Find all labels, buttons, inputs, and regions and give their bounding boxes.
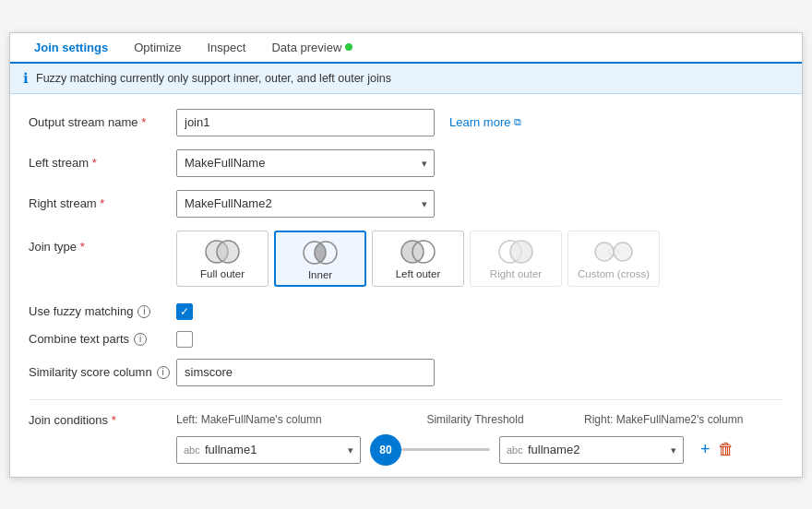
sim-score-info-icon[interactable]: i bbox=[157, 366, 170, 379]
join-conditions-row: abc fullname1 ▾ 80 abc fullname2 bbox=[29, 434, 783, 466]
divider bbox=[29, 399, 783, 400]
full-outer-label: Full outer bbox=[200, 268, 245, 279]
join-conditions-label: Join conditions * bbox=[29, 413, 176, 427]
output-stream-input[interactable] bbox=[176, 109, 435, 136]
join-conditions-header-row: Join conditions * Left: MakeFullName's c… bbox=[29, 413, 783, 427]
tab-bar: Join settings Optimize Inspect Data prev… bbox=[10, 33, 802, 64]
right-outer-label: Right outer bbox=[490, 268, 542, 279]
left-stream-select-wrap: MakeFullName ▾ bbox=[176, 149, 435, 177]
slider-track bbox=[401, 448, 490, 451]
learn-more-link[interactable]: Learn more ⧉ bbox=[449, 115, 521, 129]
similarity-score-label: Similarity score column i bbox=[29, 365, 176, 379]
left-col-header: Left: MakeFullName's column bbox=[176, 413, 376, 426]
main-window: Join settings Optimize Inspect Data prev… bbox=[9, 32, 803, 478]
use-fuzzy-label: Use fuzzy matching i bbox=[29, 304, 176, 318]
join-type-label: Join type * bbox=[29, 231, 176, 254]
full-outer-icon bbox=[202, 239, 243, 265]
join-option-right-outer: Right outer bbox=[470, 231, 562, 287]
right-stream-row: Right stream * MakeFullName2 ▾ bbox=[29, 190, 783, 218]
left-outer-icon bbox=[398, 239, 438, 265]
data-preview-dot bbox=[345, 43, 352, 51]
external-link-icon: ⧉ bbox=[514, 116, 521, 128]
tab-optimize[interactable]: Optimize bbox=[121, 33, 194, 64]
checkmark-icon: ✓ bbox=[180, 305, 189, 318]
join-option-custom-cross: Custom (cross) bbox=[567, 231, 660, 287]
right-outer-icon bbox=[496, 239, 536, 265]
combine-text-row: Combine text parts i bbox=[29, 331, 783, 348]
right-stream-select[interactable]: MakeFullName2 bbox=[176, 190, 435, 218]
combine-text-info-icon[interactable]: i bbox=[134, 333, 147, 346]
left-stream-select[interactable]: MakeFullName bbox=[176, 149, 435, 177]
output-stream-row: Output stream name * Learn more ⧉ bbox=[29, 109, 783, 136]
custom-cross-label: Custom (cross) bbox=[578, 268, 650, 279]
join-option-left-outer[interactable]: Left outer bbox=[372, 231, 464, 287]
left-outer-label: Left outer bbox=[396, 268, 441, 279]
similarity-threshold-slider[interactable]: 80 bbox=[370, 434, 490, 466]
right-col-header: Right: MakeFullName2's column bbox=[584, 413, 783, 426]
inner-label: Inner bbox=[308, 269, 332, 280]
join-type-row: Join type * Full outer bbox=[29, 231, 783, 287]
combine-text-label: Combine text parts i bbox=[29, 332, 176, 346]
content-area: Output stream name * Learn more ⧉ Left s… bbox=[10, 94, 802, 477]
svg-point-9 bbox=[510, 241, 532, 263]
join-type-options: Full outer Inner bbox=[176, 231, 660, 287]
left-stream-label: Left stream * bbox=[29, 156, 176, 170]
add-condition-button[interactable]: + bbox=[700, 440, 710, 459]
info-icon: ℹ bbox=[23, 70, 29, 87]
right-stream-label: Right stream * bbox=[29, 196, 176, 210]
cond-inputs: abc fullname1 ▾ 80 abc fullname2 bbox=[176, 434, 783, 466]
info-banner: ℹ Fuzzy matching currently only support … bbox=[10, 64, 802, 94]
inner-icon bbox=[300, 240, 340, 266]
tab-inspect[interactable]: Inspect bbox=[194, 33, 258, 64]
fuzzy-info-icon[interactable]: i bbox=[137, 305, 150, 318]
similarity-score-row: Similarity score column i bbox=[29, 359, 783, 386]
join-option-full-outer[interactable]: Full outer bbox=[176, 231, 269, 287]
left-stream-row: Left stream * MakeFullName ▾ bbox=[29, 149, 783, 177]
svg-point-10 bbox=[595, 243, 614, 261]
fuzzy-checkbox[interactable]: ✓ bbox=[176, 303, 193, 320]
slider-thumb[interactable]: 80 bbox=[370, 434, 401, 466]
right-field-select[interactable]: fullname2 bbox=[499, 436, 684, 464]
join-option-inner[interactable]: Inner bbox=[274, 231, 366, 287]
banner-text: Fuzzy matching currently only support in… bbox=[36, 72, 391, 85]
action-icons: + 🗑 bbox=[700, 440, 734, 459]
join-conditions-col-headers: Left: MakeFullName's column Similarity T… bbox=[176, 413, 783, 426]
similarity-score-input[interactable] bbox=[176, 359, 435, 386]
sim-threshold-header: Similarity Threshold bbox=[376, 413, 575, 426]
right-stream-select-wrap: MakeFullName2 ▾ bbox=[176, 190, 435, 218]
svg-point-12 bbox=[614, 243, 632, 261]
tab-data-preview[interactable]: Data preview bbox=[258, 33, 365, 64]
custom-cross-icon bbox=[593, 239, 634, 265]
use-fuzzy-row: Use fuzzy matching i ✓ bbox=[29, 303, 783, 320]
tab-join-settings[interactable]: Join settings bbox=[21, 33, 121, 64]
right-field-select-wrap: abc fullname2 ▾ bbox=[499, 436, 684, 464]
delete-condition-button[interactable]: 🗑 bbox=[718, 440, 734, 459]
left-field-select-wrap: abc fullname1 ▾ bbox=[176, 436, 361, 464]
output-stream-label: Output stream name * bbox=[29, 115, 176, 129]
combine-text-checkbox[interactable] bbox=[176, 331, 193, 348]
left-field-select[interactable]: fullname1 bbox=[176, 436, 361, 464]
svg-point-1 bbox=[217, 241, 239, 263]
